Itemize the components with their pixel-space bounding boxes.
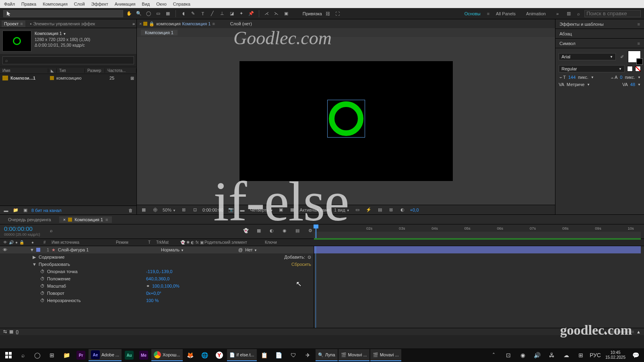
axis-world[interactable]: ⋋ bbox=[273, 10, 280, 17]
item-tag[interactable] bbox=[50, 76, 54, 80]
trkmat-dropdown[interactable]: Нет ▼ bbox=[245, 247, 277, 252]
snap-toggle[interactable]: ⛓ bbox=[324, 10, 332, 17]
stopwatch-icon[interactable]: ⏱ bbox=[40, 269, 45, 274]
start-button[interactable] bbox=[2, 349, 15, 361]
rotation-row[interactable]: ⏱ Поворот 0x+0,0° bbox=[0, 290, 314, 297]
stopwatch-icon[interactable]: ⏱ bbox=[40, 276, 45, 281]
prop-position-value[interactable]: 640,0,360,0 bbox=[146, 276, 169, 281]
clock[interactable]: 10:45 15.02.2025 bbox=[603, 350, 628, 360]
cortana-icon[interactable]: ◯ bbox=[31, 349, 44, 361]
interpret-icon[interactable]: ▬ bbox=[2, 207, 10, 214]
font-style-dropdown[interactable]: Regular▼ bbox=[559, 65, 625, 72]
zoom-slider-start[interactable]: ▲ bbox=[603, 329, 607, 334]
position-row[interactable]: ⏱ Положение 640,0,360,0 bbox=[0, 275, 314, 282]
audition-app[interactable]: Au bbox=[122, 349, 136, 361]
app-icon[interactable]: 📋 bbox=[258, 349, 271, 361]
col-name[interactable]: Имя bbox=[0, 68, 48, 73]
fill-color-swatch[interactable] bbox=[628, 51, 641, 63]
layer-label[interactable] bbox=[36, 248, 40, 252]
project-item-row[interactable]: Компози...1 композицию 25 ⊞ bbox=[0, 74, 136, 82]
composition-thumbnail[interactable] bbox=[2, 31, 31, 51]
contents-group[interactable]: ▶ Содержание Добавить: ⊙ bbox=[0, 253, 314, 261]
layer-duration-bar[interactable] bbox=[314, 246, 641, 253]
menu-view[interactable]: Вид bbox=[139, 1, 152, 7]
project-tab[interactable]: Проект ≡ bbox=[2, 21, 25, 27]
effects-panel-header[interactable]: Эффекты и шаблоны≡ bbox=[555, 19, 644, 29]
layer-row[interactable]: 👁 ▼ 1 ★ Слой-фигура 1 Нормаль ▼ @ Нет ▼ bbox=[0, 246, 314, 253]
twirl-icon[interactable]: ▶ bbox=[32, 255, 36, 260]
bit-depth-button[interactable]: 8 бит на канал bbox=[31, 208, 62, 213]
workspace-basics[interactable]: Основы bbox=[460, 10, 485, 17]
composition-viewer[interactable] bbox=[137, 37, 555, 205]
visibility-toggle[interactable]: 👁 bbox=[2, 247, 7, 252]
av-toggle-icon[interactable]: 👁 bbox=[3, 240, 7, 245]
menu-window[interactable]: Окно bbox=[154, 1, 169, 7]
rotate-tool[interactable]: ▭ bbox=[155, 10, 162, 17]
zoom-dropdown[interactable]: 50% ▼ bbox=[163, 208, 176, 212]
panel-toggle-icon[interactable]: ▥ bbox=[565, 10, 572, 17]
volume-icon[interactable]: 🔊 bbox=[530, 349, 544, 361]
channel-icon[interactable]: ▬ bbox=[239, 206, 246, 214]
scale-row[interactable]: ⏱ Масштаб ⚭ 100,0,100,0% bbox=[0, 282, 314, 290]
toggle-brackets-icon[interactable]: {} bbox=[16, 329, 19, 334]
audio-toggle-icon[interactable]: 🔊 bbox=[9, 240, 14, 245]
tracking-value[interactable]: 0 bbox=[620, 75, 622, 80]
lock-icon[interactable]: 🔒 bbox=[149, 21, 155, 27]
tab-overflow[interactable]: » bbox=[132, 21, 135, 26]
font-family-dropdown[interactable]: Arial▼ bbox=[559, 53, 616, 60]
menu-file[interactable]: Файл bbox=[2, 1, 17, 7]
guides-icon[interactable]: ⊡ bbox=[191, 206, 198, 214]
firefox-icon[interactable]: 🦊 bbox=[184, 349, 197, 361]
camera-dropdown[interactable]: Активная каме bbox=[300, 208, 330, 212]
views-dropdown[interactable]: 1 вид ▼ bbox=[334, 208, 350, 212]
reset-exp-icon[interactable]: ◐ bbox=[399, 206, 406, 214]
snap-label[interactable]: Привязка bbox=[303, 11, 322, 16]
tray-icon[interactable]: ⊞ bbox=[574, 349, 588, 361]
character-panel-header[interactable]: Символ≡ bbox=[555, 39, 644, 48]
movavi-app2[interactable]: 🎬Movavi ... bbox=[370, 349, 401, 361]
menu-edit[interactable]: Правка bbox=[19, 1, 39, 7]
twirl-icon[interactable]: ▼ bbox=[30, 247, 34, 252]
edge-icon[interactable]: 🌐 bbox=[198, 349, 212, 361]
transparency-icon[interactable]: ▦ bbox=[289, 206, 296, 214]
stamp-tool[interactable]: ⊥ bbox=[219, 10, 226, 17]
mediaencoder-app[interactable]: Me bbox=[137, 349, 151, 361]
blend-mode-dropdown[interactable]: Нормаль ▼ bbox=[161, 247, 201, 252]
help-search-input[interactable] bbox=[584, 10, 641, 17]
current-time[interactable]: 0:00:00:00 bbox=[202, 208, 223, 212]
workspace-animation[interactable]: Animation bbox=[522, 10, 550, 17]
toggle-switches-icon[interactable]: ⇆ bbox=[3, 329, 7, 334]
paragraph-panel-header[interactable]: Абзац bbox=[555, 29, 644, 39]
roi-icon[interactable]: ▣ bbox=[277, 206, 285, 214]
tray-icon[interactable]: ◉ bbox=[516, 349, 530, 361]
effect-controls-tab[interactable]: ▪ Элементы управления эффек bbox=[28, 21, 97, 27]
timeline-icon[interactable]: ▤ bbox=[376, 206, 384, 214]
col-parent[interactable]: Родительский элемент bbox=[201, 240, 262, 245]
timeline-current-time[interactable]: 0:00:00:00 bbox=[0, 224, 44, 232]
zoom-slider[interactable] bbox=[610, 331, 634, 333]
language-indicator[interactable]: РУС bbox=[588, 349, 602, 361]
taskview-icon[interactable]: ⊞ bbox=[45, 349, 59, 361]
leading-value[interactable]: 48 bbox=[630, 82, 635, 87]
movavi-app[interactable]: 🎬Movavi ... bbox=[339, 349, 369, 361]
close-tab-icon[interactable]: × bbox=[139, 21, 142, 26]
reset-button[interactable]: Сбросить bbox=[291, 262, 311, 267]
shape-ring[interactable] bbox=[329, 101, 363, 136]
menu-layer[interactable]: Слой bbox=[72, 1, 87, 7]
constrain-icon[interactable]: ⚭ bbox=[146, 284, 150, 289]
motionblur-icon[interactable]: ◉ bbox=[281, 227, 288, 234]
zoom-tool[interactable]: 🔍 bbox=[135, 10, 142, 17]
camera-tool[interactable]: ▦ bbox=[164, 10, 171, 17]
snap-opt[interactable]: ⛶ bbox=[334, 10, 341, 17]
premiere-app[interactable]: Pr bbox=[74, 349, 88, 361]
pixel-aspect-icon[interactable]: ▭ bbox=[354, 206, 361, 214]
switch-fx-icon[interactable]: ✱ bbox=[186, 240, 190, 245]
prop-opacity-value[interactable]: 100 % bbox=[146, 298, 159, 303]
fast-preview-icon[interactable]: ⚡ bbox=[365, 206, 372, 214]
chrome-app[interactable]: Хорош... bbox=[151, 349, 183, 361]
col-source[interactable]: Имя источника bbox=[48, 240, 113, 245]
prop-anchor-value[interactable]: -119,0,-139,0 bbox=[146, 269, 172, 274]
puppet-tool[interactable]: 📌 bbox=[248, 10, 255, 17]
project-search-input[interactable] bbox=[2, 56, 134, 64]
search-taskbar-icon[interactable]: ⌕ bbox=[16, 349, 30, 361]
